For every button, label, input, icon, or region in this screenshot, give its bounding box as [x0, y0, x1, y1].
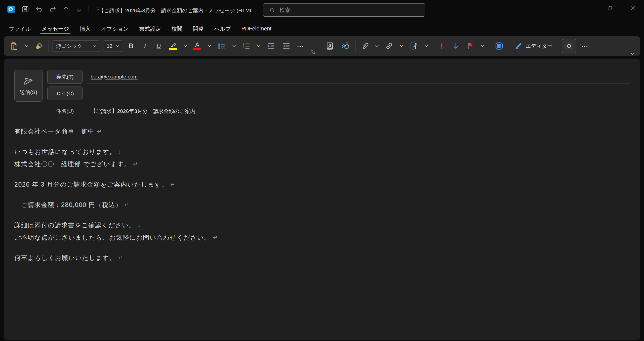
font-color-button[interactable]: A	[192, 40, 203, 52]
high-importance-icon: !	[440, 42, 443, 50]
high-importance-button[interactable]: !	[437, 40, 447, 52]
paperclip-icon	[361, 42, 369, 50]
attach-dropdown-chevron[interactable]	[374, 40, 380, 52]
indent-icon	[282, 42, 291, 50]
attach-file-button[interactable]	[359, 40, 370, 52]
tab-message[interactable]: メッセージ	[36, 22, 74, 36]
paragraph-mark: ↵	[118, 254, 123, 261]
collapse-ribbon-button[interactable]	[630, 51, 635, 55]
undo-button[interactable]	[35, 6, 43, 13]
format-painter-button[interactable]	[33, 40, 45, 52]
tab-pdfelement[interactable]: PDFelement	[236, 22, 277, 36]
message-body[interactable]: 有限会社ベータ商事 御中↵ いつもお世話になっております。↓ 株式会社〇〇 経理…	[14, 125, 630, 337]
previous-item-button[interactable]	[62, 6, 69, 13]
toolbar-overflow-button[interactable]: •••	[580, 40, 590, 52]
search-box[interactable]: 検索	[263, 3, 425, 17]
check-names-icon	[341, 42, 350, 50]
increase-indent-button[interactable]	[280, 40, 292, 52]
body-line: 詳細は添付の請求書をご確認ください。↓	[14, 219, 630, 231]
line-break-mark: ↓	[118, 148, 122, 155]
tab-format-text[interactable]: 書式設定	[134, 22, 166, 36]
cc-field[interactable]	[87, 87, 630, 101]
flag-dropdown-chevron[interactable]	[480, 40, 485, 52]
bold-button[interactable]: B	[126, 40, 136, 52]
next-item-button[interactable]	[75, 6, 83, 13]
highlight-color-bar	[169, 48, 177, 50]
outlook-logo-icon	[7, 5, 16, 14]
paragraph-mark: ↵	[97, 128, 102, 135]
chevron-down-icon	[631, 52, 634, 55]
underline-button[interactable]: U	[154, 40, 164, 52]
recipient-address[interactable]: beta@example.com	[91, 74, 138, 80]
body-line: 何卒よろしくお願いいたします。↵	[14, 252, 630, 264]
window-controls	[576, 0, 644, 16]
sunlight-toggle-button[interactable]	[562, 39, 576, 53]
tab-insert[interactable]: 挿入	[74, 22, 96, 36]
italic-button[interactable]: I	[140, 40, 150, 52]
body-line: いつもお世話になっております。↓	[14, 146, 630, 158]
tab-options[interactable]: オプション	[96, 22, 134, 36]
tab-developer[interactable]: 開発	[188, 22, 209, 36]
paste-button[interactable]	[9, 40, 20, 52]
text-highlight-button[interactable]	[168, 40, 179, 52]
save-button[interactable]	[22, 6, 29, 13]
to-field[interactable]: beta@example.com	[87, 70, 630, 84]
font-size-select[interactable]: 12	[103, 40, 122, 52]
outlook-message-window: 【ご請求】2026年3月分 請求金額のご案内 - メッセージ (HTML… 検索…	[0, 0, 644, 341]
bullets-button[interactable]	[216, 40, 227, 52]
follow-up-flag-button[interactable]	[465, 40, 476, 52]
signature-dropdown-chevron[interactable]	[423, 40, 429, 52]
chevron-down-icon	[257, 44, 260, 47]
body-line	[14, 191, 630, 199]
editor-pen-icon	[514, 42, 522, 50]
signature-icon	[410, 42, 418, 50]
check-names-button[interactable]	[339, 40, 351, 52]
signature-button[interactable]	[408, 40, 420, 52]
subject-field[interactable]: 【ご請求】2026年3月分 請求金額のご案内	[91, 107, 630, 115]
address-book-button[interactable]	[324, 40, 336, 52]
to-button[interactable]: 宛先(T)	[47, 70, 83, 84]
line-break-mark: ↓	[138, 222, 141, 229]
dialog-launcher-button[interactable]	[310, 50, 316, 55]
link-button[interactable]	[383, 40, 395, 52]
paragraph-mark: ↵	[213, 234, 218, 241]
toolbar-divider	[489, 40, 489, 52]
tab-file[interactable]: ファイル	[4, 22, 36, 36]
chevron-down-icon	[116, 44, 119, 47]
body-line: ご不明な点がございましたら、お気軽にお問い合わせください。↵	[14, 231, 630, 244]
send-plane-icon	[23, 76, 34, 86]
send-button[interactable]: 送信(S)	[14, 70, 43, 102]
quick-access-toolbar	[7, 5, 100, 14]
sun-icon	[565, 42, 573, 50]
low-importance-arrow-icon	[452, 42, 460, 50]
minimize-button[interactable]	[576, 0, 599, 16]
font-color-dropdown-chevron[interactable]	[207, 40, 212, 52]
numbering-dropdown-chevron[interactable]	[256, 40, 261, 52]
editor-button[interactable]: エディター	[513, 42, 554, 50]
toolbar-divider	[558, 40, 558, 52]
toolbar-divider	[433, 40, 433, 52]
link-dropdown-chevron[interactable]	[399, 40, 404, 52]
low-importance-button[interactable]	[451, 40, 461, 52]
tab-help[interactable]: ヘルプ	[209, 22, 236, 36]
restore-button[interactable]	[599, 0, 621, 16]
font-name-select[interactable]: 游ゴシック	[53, 40, 99, 52]
highlight-dropdown-chevron[interactable]	[182, 40, 188, 52]
numbering-button[interactable]: 123	[240, 40, 252, 52]
body-line	[14, 244, 630, 252]
close-button[interactable]	[621, 0, 644, 16]
cc-button[interactable]: ＣＣ(C)	[47, 87, 83, 100]
decrease-indent-button[interactable]	[265, 40, 277, 52]
redo-button[interactable]	[49, 6, 56, 13]
search-icon	[269, 7, 275, 13]
bullets-dropdown-chevron[interactable]	[231, 40, 237, 52]
body-line: 株式会社〇〇 経理部 でございます。↵	[14, 158, 630, 170]
chevron-down-icon	[425, 44, 428, 47]
tab-review[interactable]: 校閲	[166, 22, 188, 36]
paste-dropdown-chevron[interactable]	[24, 40, 29, 52]
chevron-down-icon	[208, 44, 211, 47]
address-book-icon	[326, 42, 334, 50]
more-formatting-button[interactable]: •••	[296, 40, 306, 52]
chevron-down-icon	[25, 44, 28, 47]
apps-button[interactable]	[493, 40, 505, 52]
